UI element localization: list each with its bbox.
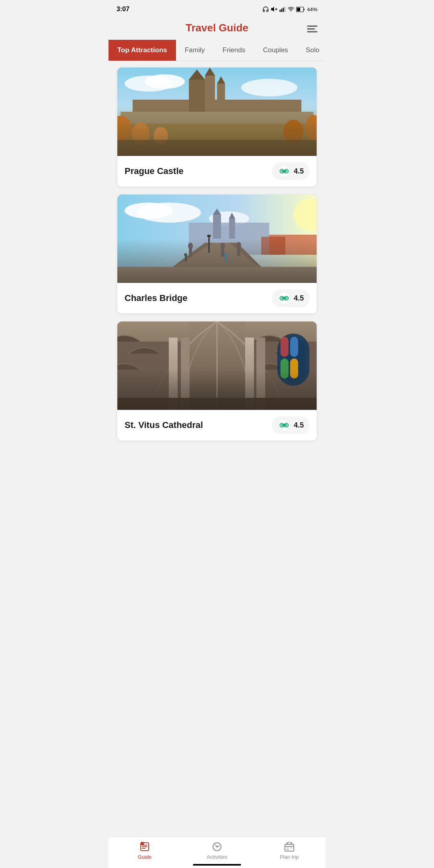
battery-percent: 44% [307,6,317,12]
svg-point-24 [117,116,132,144]
rating-value-charles-bridge: 4.5 [294,294,304,303]
card-info-st-vitus: St. Vitus Cathedral 4.5 [117,410,317,440]
svg-rect-29 [117,140,317,156]
svg-point-53 [188,243,193,249]
headphones-icon [262,6,269,12]
svg-point-101 [286,425,287,426]
menu-button[interactable] [307,25,317,32]
svg-rect-5 [285,6,286,12]
card-info-charles-bridge: Charles Bridge 4.5 [117,283,317,313]
status-icons: 44% [262,6,317,12]
svg-point-36 [281,171,282,172]
rating-st-vitus: 4.5 [272,416,309,434]
menu-line-1 [307,25,317,27]
attraction-name-charles-bridge: Charles Bridge [125,293,188,303]
svg-point-11 [145,74,185,89]
svg-marker-51 [229,243,261,267]
svg-point-57 [236,242,241,248]
svg-rect-16 [189,80,205,120]
svg-rect-52 [189,247,192,257]
tab-family[interactable]: Family [176,40,214,61]
rating-charles-bridge: 4.5 [272,289,309,307]
attraction-image-st-vitus [117,321,317,410]
attraction-image-prague-castle [117,68,317,156]
svg-rect-86 [280,337,289,357]
card-info-prague-castle: Prague Castle [117,156,317,186]
svg-rect-56 [237,246,240,256]
rating-value-prague-castle: 4.5 [294,167,304,176]
svg-marker-49 [173,243,261,267]
svg-rect-82 [256,338,265,410]
wifi-icon [288,6,294,12]
attraction-card-charles-bridge[interactable]: Charles Bridge 4.5 [117,194,317,313]
rating-value-st-vitus: 4.5 [294,421,304,430]
svg-point-59 [207,235,211,237]
svg-rect-90 [117,398,317,410]
svg-rect-81 [245,338,254,410]
svg-rect-54 [221,247,224,257]
attractions-list: Prague Castle [108,61,326,495]
svg-rect-14 [117,128,317,156]
tab-friends[interactable]: Friends [214,40,254,61]
attraction-card-st-vitus[interactable]: St. Vitus Cathedral 4.5 [117,321,317,440]
svg-point-64 [224,253,227,256]
svg-rect-45 [213,215,221,239]
svg-rect-4 [283,8,284,12]
svg-marker-50 [173,243,213,267]
svg-rect-60 [117,267,317,283]
svg-rect-80 [181,338,190,410]
svg-rect-58 [208,237,210,253]
signal-icon [279,6,286,12]
status-bar: 3:07 4 [108,0,326,18]
svg-point-74 [286,298,287,299]
header: Travel Guide [108,18,326,40]
svg-rect-2 [280,10,281,12]
svg-rect-66 [261,237,285,255]
svg-rect-46 [229,219,235,239]
charles-bridge-svg [117,194,317,283]
prague-castle-svg [117,68,317,156]
svg-rect-79 [169,338,178,410]
svg-point-27 [305,115,317,141]
mute-icon [271,6,277,12]
svg-point-100 [281,425,282,426]
attraction-image-charles-bridge [117,194,317,283]
tab-couples[interactable]: Couples [254,40,297,61]
app-title: Travel Guide [186,22,248,34]
svg-rect-72 [282,297,286,299]
svg-rect-22 [121,112,313,136]
svg-rect-13 [117,120,317,156]
svg-rect-99 [282,424,286,426]
battery-icon [296,7,305,12]
menu-line-3 [307,31,317,32]
attraction-name-st-vitus: St. Vitus Cathedral [125,420,203,430]
svg-point-26 [283,120,303,144]
svg-rect-35 [282,170,286,172]
svg-point-37 [286,171,287,172]
tab-top-attractions[interactable]: Top Attractions [108,40,176,61]
svg-point-55 [220,243,225,249]
svg-point-42 [125,203,173,219]
rating-prague-castle: 4.5 [272,162,309,180]
tripadvisor-icon-2 [278,292,291,305]
svg-point-6 [291,11,291,12]
svg-point-28 [154,127,168,145]
svg-rect-83 [189,321,245,410]
svg-point-62 [184,253,187,256]
attraction-card-prague-castle[interactable]: Prague Castle [117,68,317,186]
svg-rect-87 [290,337,298,357]
svg-rect-3 [281,9,283,12]
category-tabs: Top Attractions Family Friends Couples S… [108,40,326,61]
svg-point-73 [281,298,282,299]
tab-solo[interactable]: Solo [297,40,326,61]
svg-rect-20 [217,84,225,120]
menu-line-2 [307,28,315,29]
status-time: 3:07 [117,6,129,13]
svg-rect-23 [117,124,317,156]
svg-point-12 [241,79,297,96]
svg-rect-63 [225,256,227,262]
svg-rect-61 [185,256,187,262]
st-vitus-svg [117,321,317,410]
attraction-name-prague-castle: Prague Castle [125,166,184,176]
svg-rect-18 [205,76,215,120]
